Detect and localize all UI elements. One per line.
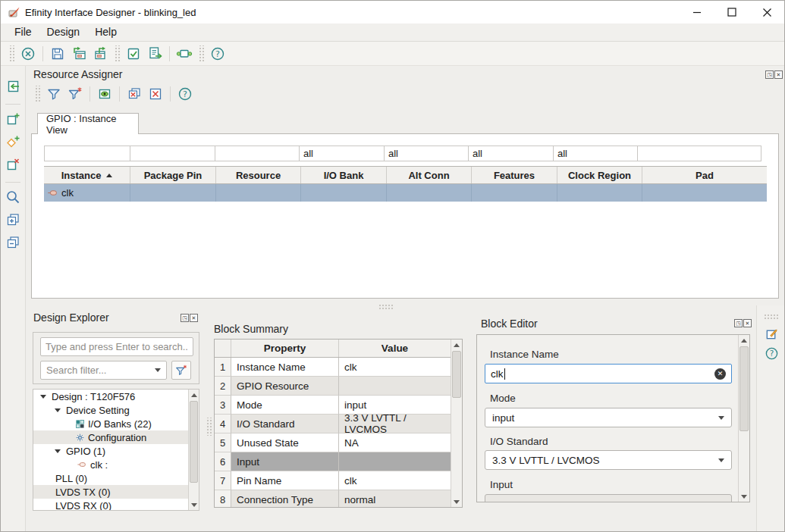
menu-design[interactable]: Design: [39, 24, 88, 40]
summary-row-5[interactable]: 5 Unused State NA: [215, 433, 451, 452]
tab-gpio-instance-view[interactable]: GPIO : Instance View: [37, 113, 139, 134]
filter-features[interactable]: all: [468, 146, 554, 161]
search-icon[interactable]: [2, 187, 24, 207]
close-panel-icon[interactable]: ✕: [190, 314, 198, 322]
tree-item-design[interactable]: Design : T120F576: [33, 390, 199, 403]
instance-name-field[interactable]: clk ✕: [485, 364, 732, 383]
scroll-down-icon[interactable]: [454, 500, 460, 504]
export-design-icon[interactable]: [89, 44, 111, 64]
column-header-clock-region[interactable]: Clock Region: [557, 167, 642, 183]
tree-item-io-banks[interactable]: I/O Banks (22): [33, 417, 199, 430]
mode-select[interactable]: input: [485, 408, 732, 427]
help-icon[interactable]: ?: [174, 84, 196, 104]
clear-filter-icon[interactable]: [64, 84, 86, 104]
scrollbar-thumb[interactable]: [739, 346, 749, 431]
generate-connections-icon[interactable]: [174, 44, 195, 64]
toolbar-grip[interactable]: [8, 45, 14, 62]
property-cell[interactable]: Instance Name: [231, 358, 339, 377]
vertical-splitter[interactable]: [206, 418, 212, 436]
apply-filter-button[interactable]: [171, 361, 191, 380]
property-cell[interactable]: Pin Name: [231, 471, 339, 490]
value-cell[interactable]: NA: [339, 433, 451, 452]
summary-row-1[interactable]: 1 Instance Name clk: [215, 358, 451, 377]
scrollbar-thumb[interactable]: [452, 351, 461, 398]
column-header-io-bank[interactable]: I/O Bank: [301, 167, 387, 183]
summary-row-2[interactable]: 2 GPIO Resource: [215, 377, 451, 396]
save-icon[interactable]: [47, 44, 68, 64]
check-design-icon[interactable]: [123, 44, 144, 64]
tree-scrollbar[interactable]: [188, 390, 199, 510]
summary-row-4[interactable]: 4 I/O Standard 3.3 V LVTTL / LVCMOS: [215, 415, 451, 433]
caret-down-icon[interactable]: [40, 395, 46, 399]
summary-header-property[interactable]: Property: [231, 340, 339, 357]
summary-header-value[interactable]: Value: [339, 340, 451, 357]
value-cell[interactable]: normal: [339, 490, 451, 508]
property-cell[interactable]: Input: [231, 452, 339, 471]
clipped-field[interactable]: [485, 494, 732, 502]
menu-file[interactable]: File: [7, 24, 39, 40]
column-header-pad[interactable]: Pad: [642, 167, 767, 183]
close-panel-icon[interactable]: ✕: [774, 70, 783, 79]
scroll-down-icon[interactable]: [741, 495, 747, 499]
io-standard-select[interactable]: 3.3 V LVTTL / LVCMOS: [485, 450, 732, 470]
show-view-icon[interactable]: [94, 84, 115, 104]
scroll-up-icon[interactable]: [741, 339, 747, 343]
caret-down-icon[interactable]: [55, 449, 61, 453]
close-button[interactable]: [749, 1, 784, 23]
value-cell[interactable]: clk: [339, 471, 451, 490]
column-header-features[interactable]: Features: [472, 167, 557, 183]
scroll-up-icon[interactable]: [454, 343, 460, 347]
export-report-icon[interactable]: [144, 44, 165, 64]
delete-block-icon[interactable]: [2, 155, 24, 174]
minimize-button[interactable]: [680, 1, 714, 23]
property-cell[interactable]: Unused State: [231, 433, 339, 452]
summary-row-6-input-section[interactable]: 6 Input: [215, 452, 451, 471]
tree-item-device-setting[interactable]: Device Setting: [33, 403, 199, 417]
column-header-resource[interactable]: Resource: [216, 167, 301, 183]
summary-scrollbar[interactable]: [451, 340, 462, 507]
tree-item-lvds-rx[interactable]: LVDS RX (0): [33, 499, 199, 511]
search-input[interactable]: [40, 337, 193, 356]
toolbar-grip[interactable]: [198, 45, 204, 62]
property-cell[interactable]: GPIO Resource: [231, 377, 339, 396]
value-cell[interactable]: 3.3 V LVTTL / LVCMOS: [339, 415, 451, 433]
caret-down-icon[interactable]: [55, 408, 61, 412]
open-resource-assigner-icon[interactable]: [2, 77, 24, 96]
add-bus-icon[interactable]: [2, 132, 24, 152]
toolbar-grip[interactable]: [34, 86, 40, 102]
filter-io-bank[interactable]: all: [299, 146, 385, 161]
float-panel-icon[interactable]: ◳: [734, 319, 743, 327]
value-cell[interactable]: [339, 452, 451, 471]
expand-all-icon[interactable]: [2, 210, 24, 230]
tree-item-gpio[interactable]: GPIO (1): [33, 444, 199, 458]
summary-row-8[interactable]: 8 Connection Type normal: [215, 490, 451, 508]
column-header-package-pin[interactable]: Package Pin: [130, 167, 216, 183]
editor-scrollbar[interactable]: [738, 335, 749, 502]
column-header-instance[interactable]: Instance: [44, 167, 130, 183]
cell-alt-conn[interactable]: [387, 184, 472, 202]
search-filter-combo[interactable]: Search filter...: [40, 361, 167, 380]
property-cell[interactable]: I/O Standard: [231, 415, 339, 433]
property-cell[interactable]: Connection Type: [231, 490, 339, 508]
filter-clock-region[interactable]: all: [553, 146, 638, 161]
toolbar-grip[interactable]: [114, 45, 120, 62]
filter-package-pin[interactable]: [130, 146, 215, 161]
filter-resource[interactable]: [215, 146, 300, 161]
column-header-alt-conn[interactable]: Alt Conn: [387, 167, 472, 183]
add-block-icon[interactable]: [2, 109, 24, 129]
table-row-clk[interactable]: clk: [44, 184, 767, 202]
tree-item-clk[interactable]: clk :: [33, 458, 199, 471]
scroll-down-icon[interactable]: [191, 503, 197, 507]
filter-instance[interactable]: [44, 146, 130, 161]
cell-features[interactable]: [472, 184, 557, 202]
collapse-all-icon[interactable]: [2, 233, 24, 252]
float-panel-icon[interactable]: ◳: [765, 70, 774, 79]
filter-pad[interactable]: [637, 146, 761, 161]
tree-item-lvds-tx[interactable]: LVDS TX (0): [33, 485, 199, 499]
value-cell[interactable]: clk: [339, 358, 451, 377]
horizontal-splitter[interactable]: [378, 303, 394, 309]
help-icon[interactable]: ?: [761, 343, 782, 363]
float-panel-icon[interactable]: ◳: [181, 314, 189, 322]
value-cell[interactable]: [339, 377, 451, 396]
property-cell[interactable]: Mode: [231, 396, 339, 415]
